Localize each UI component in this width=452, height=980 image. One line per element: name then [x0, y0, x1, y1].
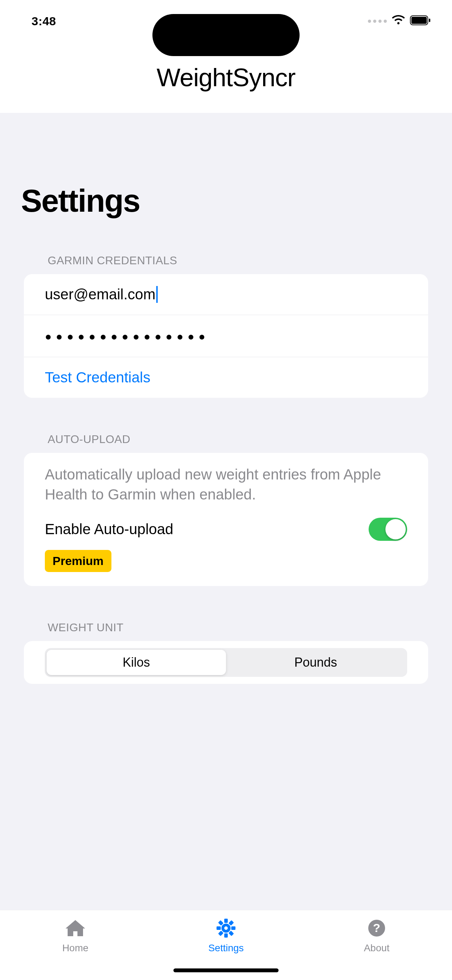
tab-settings-label: Settings	[208, 942, 244, 954]
section-garmin-credentials: GARMIN CREDENTIALS user@email.com ●●●●●●…	[0, 254, 452, 398]
svg-rect-9	[228, 920, 234, 926]
svg-rect-10	[218, 931, 224, 936]
tab-settings[interactable]: Settings	[191, 918, 261, 954]
test-credentials-label: Test Credentials	[45, 369, 150, 385]
cell-signal-icon	[368, 20, 387, 23]
svg-point-4	[223, 925, 229, 931]
svg-rect-1	[411, 17, 427, 24]
segment-pounds[interactable]: Pounds	[226, 650, 406, 675]
auto-upload-toggle-row: Enable Auto-upload	[24, 504, 428, 541]
svg-rect-7	[216, 926, 221, 930]
test-credentials-button[interactable]: Test Credentials	[24, 357, 428, 398]
svg-rect-5	[224, 919, 228, 923]
section-header-auto-upload: AUTO-UPLOAD	[0, 433, 452, 453]
settings-content: Settings GARMIN CREDENTIALS user@email.c…	[0, 113, 452, 910]
auto-upload-toggle[interactable]	[369, 518, 407, 541]
text-cursor	[156, 286, 158, 303]
segment-kilos[interactable]: Kilos	[46, 650, 226, 675]
tab-home[interactable]: Home	[40, 918, 110, 954]
status-time: 3:48	[0, 14, 88, 28]
section-weight-unit: WEIGHT UNIT Kilos Pounds	[0, 621, 452, 684]
tab-about-label: About	[364, 942, 389, 954]
battery-icon	[410, 16, 431, 27]
badge-row: Premium	[24, 541, 428, 586]
weight-unit-segment: Kilos Pounds	[45, 648, 407, 677]
auto-upload-toggle-label: Enable Auto-upload	[45, 521, 173, 538]
page-title: Settings	[0, 113, 452, 219]
svg-text:?: ?	[373, 921, 380, 934]
card-garmin: user@email.com ●●●●●●●●●●●●●●● Test Cred…	[24, 274, 428, 398]
section-header-weight-unit: WEIGHT UNIT	[0, 621, 452, 641]
tab-home-label: Home	[62, 942, 89, 954]
svg-rect-11	[218, 920, 224, 926]
email-field-row[interactable]: user@email.com	[24, 274, 428, 315]
home-icon	[64, 918, 87, 940]
password-field-row[interactable]: ●●●●●●●●●●●●●●●	[24, 315, 428, 357]
card-weight-unit: Kilos Pounds	[24, 641, 428, 684]
svg-rect-3	[72, 923, 75, 926]
premium-badge: Premium	[45, 550, 111, 572]
svg-rect-12	[228, 931, 234, 936]
dynamic-island	[153, 14, 299, 56]
gear-icon	[214, 918, 238, 940]
svg-rect-2	[429, 19, 430, 22]
tab-about[interactable]: ? About	[342, 918, 412, 954]
app-title: WeightSyncr	[0, 63, 452, 92]
password-masked: ●●●●●●●●●●●●●●●	[45, 330, 210, 343]
wifi-icon	[392, 15, 405, 27]
svg-rect-6	[224, 933, 228, 938]
home-indicator[interactable]	[173, 969, 279, 972]
section-header-garmin: GARMIN CREDENTIALS	[0, 254, 452, 274]
status-bar: 3:48	[0, 0, 452, 42]
card-auto-upload: Automatically upload new weight entries …	[24, 453, 428, 586]
question-icon: ?	[365, 918, 388, 940]
auto-upload-description: Automatically upload new weight entries …	[24, 453, 428, 504]
toggle-knob	[385, 519, 406, 539]
svg-rect-8	[231, 926, 236, 930]
section-auto-upload: AUTO-UPLOAD Automatically upload new wei…	[0, 433, 452, 586]
status-indicators	[368, 15, 431, 27]
email-value: user@email.com	[45, 286, 156, 303]
